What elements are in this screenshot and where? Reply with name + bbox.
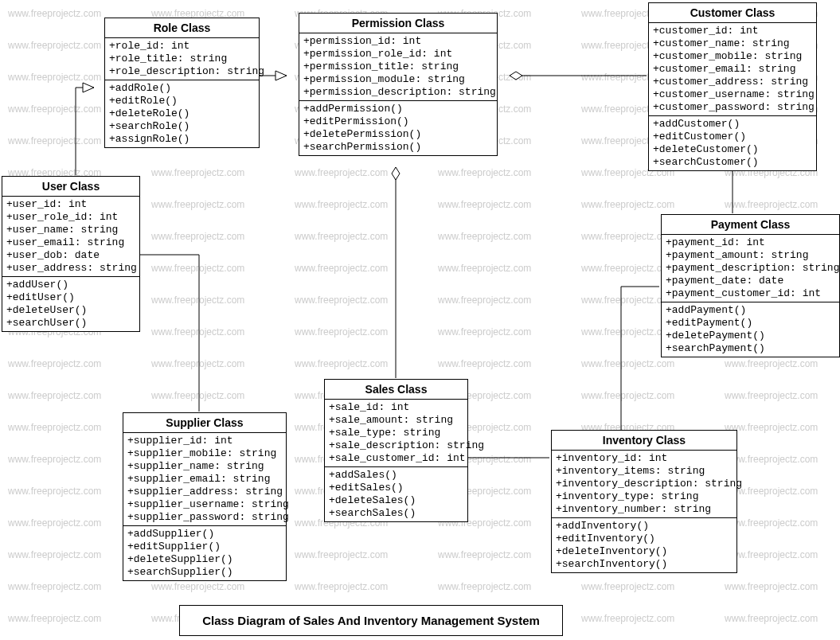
attributes: +customer_id: int +customer_name: string…: [649, 23, 816, 116]
methods: +addPayment() +editPayment() +deletePaym…: [662, 302, 839, 357]
diagram-caption: Class Diagram of Sales And Inventory Man…: [179, 605, 563, 636]
methods: +addUser() +editUser() +deleteUser() +se…: [2, 277, 139, 331]
methods: +addCustomer() +editCustomer() +deleteCu…: [649, 116, 816, 170]
class-title: Inventory Class: [552, 431, 736, 451]
class-supplier: Supplier Class +supplier_id: int +suppli…: [123, 412, 287, 581]
class-title: Permission Class: [299, 14, 497, 33]
attributes: +user_id: int +user_role_id: int +user_n…: [2, 197, 139, 277]
class-payment: Payment Class +payment_id: int +payment_…: [661, 214, 840, 357]
class-title: Role Class: [105, 18, 259, 38]
methods: +addInventory() +editInventory() +delete…: [552, 518, 736, 572]
class-title: User Class: [2, 177, 139, 197]
attributes: +supplier_id: int +supplier_mobile: stri…: [123, 433, 286, 526]
class-permission: Permission Class +permission_id: int +pe…: [299, 13, 498, 156]
class-customer: Customer Class +customer_id: int +custom…: [648, 2, 817, 171]
class-title: Supplier Class: [123, 413, 286, 433]
attributes: +role_id: int +role_title: string +role_…: [105, 38, 259, 80]
methods: +addSupplier() +editSupplier() +deleteSu…: [123, 526, 286, 580]
methods: +addRole() +editRole() +deleteRole() +se…: [105, 80, 259, 147]
methods: +addPermission() +editPermission() +dele…: [299, 101, 497, 155]
class-title: Sales Class: [325, 380, 467, 400]
attributes: +inventory_id: int +inventory_items: str…: [552, 451, 736, 518]
class-role: Role Class +role_id: int +role_title: st…: [104, 18, 260, 148]
class-sales: Sales Class +sale_id: int +sale_amount: …: [324, 379, 468, 522]
class-title: Customer Class: [649, 3, 816, 23]
class-user: User Class +user_id: int +user_role_id: …: [2, 176, 140, 332]
class-inventory: Inventory Class +inventory_id: int +inve…: [551, 430, 737, 573]
attributes: +payment_id: int +payment_amount: string…: [662, 235, 839, 302]
attributes: +permission_id: int +permission_role_id:…: [299, 33, 497, 101]
class-title: Payment Class: [662, 215, 839, 235]
methods: +addSales() +editSales() +deleteSales() …: [325, 467, 467, 521]
attributes: +sale_id: int +sale_amount: string +sale…: [325, 400, 467, 467]
